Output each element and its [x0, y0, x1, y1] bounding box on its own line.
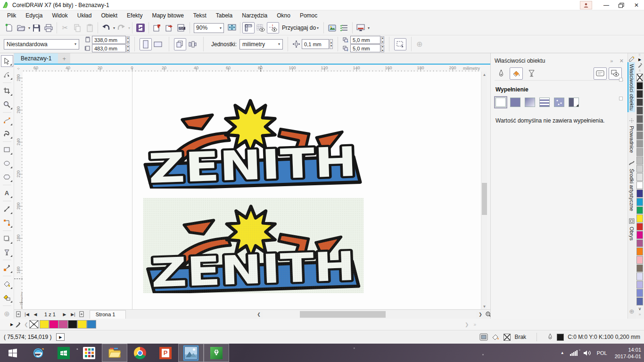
open-icon[interactable] — [15, 22, 27, 33]
page-tab[interactable]: Strona 1 — [90, 310, 126, 319]
menu-edycja[interactable]: Edycja — [21, 11, 47, 20]
horizontal-scroll-thumb[interactable] — [300, 311, 386, 318]
scroll-down-icon[interactable]: ▼ — [481, 304, 487, 309]
first-page-icon[interactable]: |◀ — [23, 310, 31, 319]
fountain-fill-button[interactable] — [525, 98, 535, 107]
color-swatch[interactable] — [636, 214, 643, 222]
duplicate-y-spinner[interactable]: ▾▴ — [381, 45, 384, 52]
duplicate-y-input[interactable]: 5,0 mm — [350, 44, 380, 52]
new-document-tab-button[interactable]: + — [58, 53, 70, 64]
color-eyedropper-tool[interactable] — [1, 262, 13, 274]
document-color-swatch[interactable] — [58, 320, 68, 329]
color-swatch[interactable] — [636, 231, 643, 239]
page-width-spinner[interactable]: ▾▴ — [126, 36, 130, 44]
document-color-swatch[interactable] — [87, 320, 96, 329]
palette-flyout-icon[interactable]: ▶ — [10, 322, 13, 327]
fill-section-icon[interactable] — [510, 67, 523, 80]
page-height-spinner[interactable]: ▾▴ — [126, 45, 130, 52]
menu-pomoc[interactable]: Pomoc — [296, 11, 322, 20]
color-swatch[interactable] — [636, 181, 643, 189]
tray-expand-icon[interactable]: ▲ — [561, 351, 564, 355]
add-docker-button[interactable]: ⊕ — [629, 308, 635, 315]
color-swatch[interactable] — [636, 82, 643, 90]
page-width-input[interactable]: 338,0 mm — [92, 36, 126, 44]
color-swatch[interactable] — [636, 239, 643, 247]
portrait-orientation-button[interactable] — [140, 38, 152, 50]
postscript-fill-button[interactable] — [569, 98, 579, 107]
transparency-tool[interactable] — [1, 247, 13, 258]
presentation-icon[interactable] — [355, 22, 367, 33]
color-swatch[interactable] — [636, 297, 643, 305]
artistic-media-tool[interactable] — [1, 128, 13, 140]
color-swatch[interactable] — [636, 107, 643, 115]
publish-pdf-icon[interactable]: PDF — [175, 22, 188, 33]
vertical-ruler[interactable]: milimetry 280260240220200180160 — [14, 72, 23, 309]
section-checkbox[interactable] — [619, 78, 623, 82]
menu-obiekt[interactable]: Obiekt — [97, 11, 122, 20]
docker-tab-object-properties[interactable]: Właściwości obiektu — [628, 55, 636, 112]
palette-scroll-down-icon[interactable]: ∨ — [638, 306, 642, 311]
color-swatch[interactable] — [636, 198, 643, 206]
menu-efekty[interactable]: Efekty — [123, 11, 147, 20]
units-combo[interactable]: milimetry▾ — [239, 39, 283, 49]
color-swatch[interactable] — [636, 223, 643, 231]
fill-checkbox[interactable] — [619, 97, 623, 100]
pick-tool[interactable] — [1, 55, 13, 67]
color-swatch[interactable] — [636, 165, 643, 173]
zoom-tool[interactable] — [1, 99, 13, 110]
menu-widok[interactable]: Widok — [48, 11, 72, 20]
rectangle-tool[interactable] — [1, 144, 13, 156]
menu-tabela[interactable]: Tabela — [212, 11, 237, 20]
ruler-origin-icon[interactable]: ⁘ — [14, 66, 23, 72]
crop-tool[interactable] — [1, 85, 13, 97]
color-swatch[interactable] — [636, 281, 643, 289]
language-indicator[interactable]: POL — [597, 350, 607, 356]
new-document-icon[interactable] — [3, 22, 15, 33]
docker-tab-artistic-media[interactable]: Środki artystyczne — [628, 160, 636, 213]
previous-page-icon[interactable]: ◀ — [31, 310, 40, 319]
color-swatch[interactable] — [636, 123, 643, 132]
vertical-scrollbar[interactable]: ▲ ▼ — [481, 72, 487, 309]
dimension-tool[interactable] — [1, 203, 13, 215]
texture-fill-button[interactable] — [554, 98, 564, 107]
apps-grid-icon[interactable] — [76, 344, 102, 362]
transparency-section-icon[interactable] — [525, 67, 538, 80]
color-swatch[interactable] — [636, 90, 643, 98]
duplicate-x-input[interactable]: 5,0 mm — [350, 36, 380, 44]
status-flyout-button[interactable]: ▶ — [56, 333, 65, 341]
docker-tab-guidelines[interactable]: Prowadnice — [628, 117, 636, 155]
nudge-input[interactable]: 0,1 mm — [302, 39, 329, 49]
add-page-start-icon[interactable] — [14, 310, 23, 319]
menu-tekst[interactable]: Tekst — [189, 11, 211, 20]
docker-tab-contour[interactable]: Obrys — [628, 218, 636, 242]
restore-button[interactable] — [614, 0, 629, 10]
page-size-preset-combo[interactable]: Niestandardowa▾ — [4, 39, 79, 49]
freehand-tool[interactable] — [1, 115, 13, 126]
color-swatch[interactable] — [636, 289, 643, 297]
menu-układ[interactable]: Układ — [73, 11, 96, 20]
smart-fill-tool[interactable] — [1, 292, 13, 304]
document-color-swatch[interactable] — [49, 320, 58, 329]
page-height-input[interactable]: 483,0 mm — [92, 44, 126, 52]
color-swatch[interactable] — [636, 132, 643, 140]
color-swatch[interactable] — [636, 173, 643, 181]
no-fill-button[interactable] — [495, 98, 506, 107]
chrome-icon[interactable] — [127, 344, 153, 362]
zenith-logo-vector[interactable]: ZENITH — [141, 91, 364, 189]
internet-explorer-icon[interactable] — [25, 344, 51, 362]
zenith-logo-bitmap[interactable] — [143, 198, 364, 293]
full-screen-preview-icon[interactable] — [226, 22, 238, 33]
object-manager-icon[interactable] — [338, 22, 350, 33]
show-rulers-icon[interactable] — [242, 22, 255, 33]
presentation-dropdown-caret[interactable]: ▾ — [368, 26, 370, 30]
clock[interactable]: 14:01 2017-04-01 — [615, 346, 641, 360]
current-page-button[interactable] — [186, 38, 198, 50]
document-tab[interactable]: Beznazwy-1 — [14, 53, 58, 64]
palette-eyedropper-icon[interactable] — [637, 63, 643, 68]
document-color-swatch[interactable] — [77, 320, 87, 329]
drop-shadow-tool[interactable] — [1, 233, 13, 245]
document-color-swatch[interactable] — [40, 320, 49, 329]
color-swatch[interactable] — [636, 189, 643, 197]
color-swatch[interactable] — [636, 140, 643, 148]
photos-app-icon[interactable] — [178, 344, 204, 362]
